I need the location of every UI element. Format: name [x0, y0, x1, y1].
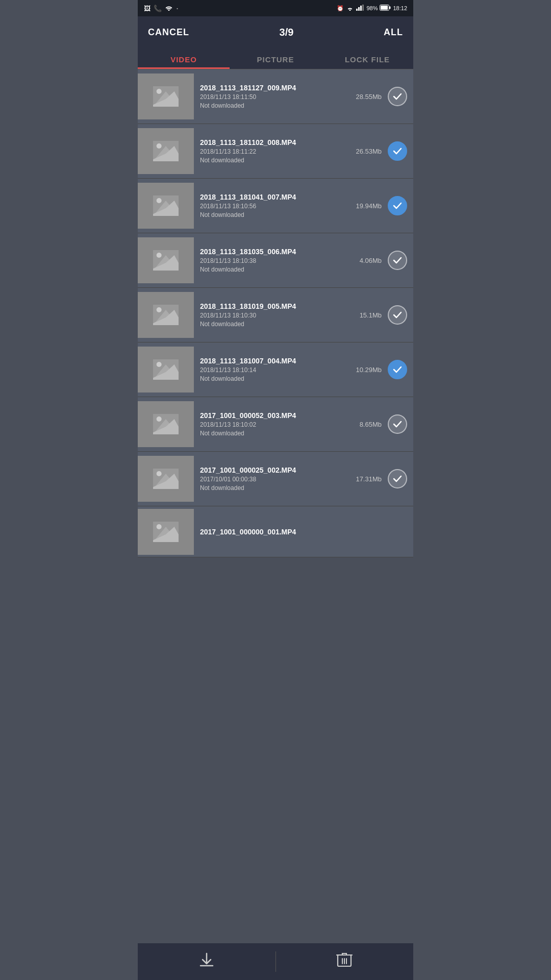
file-thumbnail [138, 456, 194, 502]
list-item[interactable]: 2018_1113_181041_007.MP4 2018/11/13 18:1… [138, 179, 413, 233]
list-item[interactable]: 2017_1001_000025_002.MP4 2017/10/01 00:0… [138, 452, 413, 506]
file-name: 2018_1113_181035_006.MP4 [200, 248, 347, 256]
file-thumbnail [138, 347, 194, 393]
file-info: 2018_1113_181127_009.MP4 2018/11/13 18:1… [200, 84, 347, 109]
svg-rect-0 [356, 9, 358, 11]
svg-point-20 [157, 253, 162, 258]
file-date: 2018/11/13 18:10:02 [200, 421, 347, 428]
svg-point-8 [157, 89, 162, 94]
file-status: Not downloaded [200, 211, 347, 218]
select-checkbox[interactable] [388, 305, 407, 325]
cancel-button[interactable]: CANCEL [148, 27, 189, 38]
file-name: 2017_1001_000025_002.MP4 [200, 466, 347, 474]
file-size: 28.55Mb [354, 93, 382, 101]
status-icons-left: 🖼 📞 · [144, 3, 179, 14]
file-name: 2018_1113_181019_005.MP4 [200, 302, 347, 310]
select-checkbox[interactable] [388, 141, 407, 161]
file-size: 15.1Mb [354, 311, 382, 319]
select-all-button[interactable]: ALL [384, 27, 403, 38]
wifi-signal-icon [346, 5, 354, 12]
file-thumbnail [138, 292, 194, 338]
file-info: 2018_1113_181041_007.MP4 2018/11/13 18:1… [200, 193, 347, 218]
battery-percentage: 98% [366, 5, 378, 11]
file-info: 2017_1001_000025_002.MP4 2017/10/01 00:0… [200, 466, 347, 492]
file-thumbnail [138, 183, 194, 229]
file-thumbnail [138, 401, 194, 447]
svg-point-36 [157, 471, 162, 476]
svg-point-12 [157, 143, 162, 149]
list-item[interactable]: 2017_1001_000052_003.MP4 2018/11/13 18:1… [138, 397, 413, 452]
file-size: 10.29Mb [354, 366, 382, 374]
list-item[interactable]: 2018_1113_181007_004.MP4 2018/11/13 18:1… [138, 342, 413, 397]
tab-bar: VIDEO PICTURE LOCK FILE [138, 48, 413, 69]
cell-signal-icon [356, 5, 364, 12]
file-size: 4.06Mb [354, 257, 382, 264]
list-item[interactable]: 2018_1113_181035_006.MP4 2018/11/13 18:1… [138, 233, 413, 288]
file-thumbnail [138, 509, 194, 555]
list-item[interactable]: 2018_1113_181127_009.MP4 2018/11/13 18:1… [138, 69, 413, 124]
file-status: Not downloaded [200, 102, 347, 109]
file-name: 2018_1113_181041_007.MP4 [200, 193, 347, 201]
file-date: 2018/11/13 18:10:38 [200, 257, 347, 264]
file-status: Not downloaded [200, 266, 347, 273]
svg-rect-1 [358, 7, 360, 11]
file-size: 26.53Mb [354, 148, 382, 155]
top-nav: CANCEL 3/9 ALL [138, 16, 413, 48]
photo-icon: 🖼 [144, 5, 151, 12]
select-checkbox[interactable] [388, 469, 407, 488]
select-checkbox[interactable] [388, 196, 407, 215]
svg-point-40 [157, 524, 162, 529]
dot-icon: · [176, 3, 179, 14]
file-thumbnail [138, 237, 194, 283]
list-item[interactable]: 2017_1001_000000_001.MP4 [138, 506, 413, 557]
wifi-icon [165, 5, 173, 12]
list-item[interactable]: 2018_1113_181019_005.MP4 2018/11/13 18:1… [138, 288, 413, 342]
svg-point-32 [157, 416, 162, 422]
file-name: 2018_1113_181102_008.MP4 [200, 138, 347, 146]
svg-rect-2 [360, 6, 362, 11]
select-checkbox[interactable] [388, 87, 407, 106]
tab-lock-file[interactable]: LOCK FILE [321, 48, 413, 69]
status-bar: 🖼 📞 · ⏰ 98% [138, 0, 413, 16]
file-info: 2018_1113_181007_004.MP4 2018/11/13 18:1… [200, 357, 347, 382]
svg-point-16 [157, 198, 162, 203]
file-name: 2017_1001_000052_003.MP4 [200, 411, 347, 420]
phone-icon: 📞 [154, 5, 162, 12]
tab-picture[interactable]: PICTURE [230, 48, 321, 69]
battery-icon [380, 5, 391, 12]
file-info: 2017_1001_000052_003.MP4 2018/11/13 18:1… [200, 411, 347, 437]
file-info: 2018_1113_181019_005.MP4 2018/11/13 18:1… [200, 302, 347, 328]
file-size: 17.31Mb [354, 475, 382, 483]
file-status: Not downloaded [200, 430, 347, 437]
file-list: 2018_1113_181127_009.MP4 2018/11/13 18:1… [138, 69, 413, 557]
file-thumbnail [138, 128, 194, 174]
file-size: 19.94Mb [354, 202, 382, 210]
svg-point-28 [157, 362, 162, 367]
svg-rect-6 [389, 7, 391, 9]
file-info: 2017_1001_000000_001.MP4 [200, 528, 407, 536]
svg-rect-5 [381, 6, 388, 10]
list-item[interactable]: 2018_1113_181102_008.MP4 2018/11/13 18:1… [138, 124, 413, 179]
selection-counter: 3/9 [280, 27, 294, 38]
file-info: 2018_1113_181035_006.MP4 2018/11/13 18:1… [200, 248, 347, 273]
file-status: Not downloaded [200, 484, 347, 492]
time-display: 18:12 [393, 5, 407, 11]
file-size: 8.65Mb [354, 421, 382, 428]
file-status: Not downloaded [200, 321, 347, 328]
file-name: 2018_1113_181007_004.MP4 [200, 357, 347, 365]
select-checkbox[interactable] [388, 360, 407, 379]
file-status: Not downloaded [200, 375, 347, 382]
file-name: 2017_1001_000000_001.MP4 [200, 528, 407, 536]
file-status: Not downloaded [200, 157, 347, 164]
status-icons-right: ⏰ 98% 18:12 [337, 5, 407, 12]
svg-rect-3 [362, 5, 364, 11]
file-date: 2018/11/13 18:11:50 [200, 93, 347, 101]
file-date: 2018/11/13 18:10:30 [200, 312, 347, 319]
file-date: 2017/10/01 00:00:38 [200, 476, 347, 483]
file-date: 2018/11/13 18:10:14 [200, 366, 347, 374]
file-info: 2018_1113_181102_008.MP4 2018/11/13 18:1… [200, 138, 347, 164]
select-checkbox[interactable] [388, 251, 407, 270]
select-checkbox[interactable] [388, 414, 407, 434]
tab-video[interactable]: VIDEO [138, 48, 230, 69]
file-thumbnail [138, 74, 194, 119]
